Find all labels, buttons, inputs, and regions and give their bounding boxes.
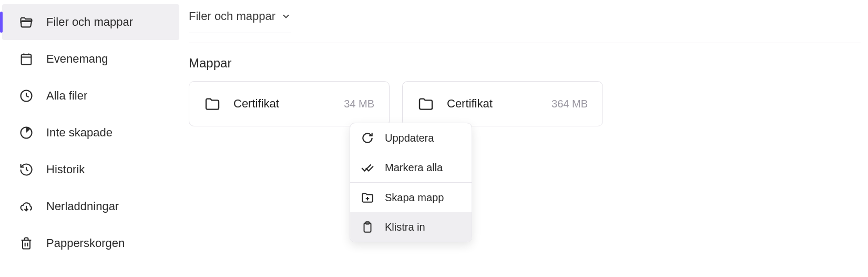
sidebar-item-history[interactable]: Historik bbox=[2, 152, 179, 187]
sidebar-item-files-folders[interactable]: Filer och mappar bbox=[2, 4, 179, 40]
sidebar-item-not-created[interactable]: Inte skapade bbox=[2, 115, 179, 151]
context-item-create-folder[interactable]: Skapa mapp bbox=[350, 183, 472, 212]
cloud-download-icon bbox=[19, 199, 34, 214]
refresh-icon bbox=[361, 131, 374, 145]
folder-name: Certifikat bbox=[447, 97, 552, 111]
sidebar-item-label: Alla filer bbox=[46, 89, 87, 103]
folder-icon bbox=[204, 95, 221, 112]
folder-card[interactable]: Certifikat 364 MB bbox=[402, 81, 603, 126]
folder-icon bbox=[417, 95, 434, 112]
clock-icon bbox=[19, 88, 34, 103]
folder-size: 364 MB bbox=[552, 98, 588, 110]
sidebar-item-events[interactable]: Evenemang bbox=[2, 41, 179, 77]
sidebar-item-label: Inte skapade bbox=[46, 126, 113, 140]
svg-rect-0 bbox=[22, 55, 32, 65]
sidebar-item-label: Nerladdningar bbox=[46, 200, 119, 213]
calendar-icon bbox=[19, 52, 34, 66]
chevron-down-icon bbox=[281, 11, 291, 22]
context-item-label: Klistra in bbox=[385, 221, 425, 233]
context-item-label: Markera alla bbox=[385, 162, 443, 174]
context-item-label: Uppdatera bbox=[385, 132, 434, 144]
breadcrumb-dropdown[interactable]: Filer och mappar bbox=[189, 5, 291, 33]
sidebar-item-label: Historik bbox=[46, 163, 85, 176]
folder-name: Certifikat bbox=[233, 97, 344, 111]
context-item-paste[interactable]: Klistra in bbox=[350, 212, 472, 242]
context-item-refresh[interactable]: Uppdatera bbox=[350, 123, 472, 153]
sidebar-item-label: Filer och mappar bbox=[46, 15, 133, 29]
folder-plus-icon bbox=[361, 191, 374, 204]
sidebar-item-all-files[interactable]: Alla filer bbox=[2, 78, 179, 114]
context-menu: Uppdatera Markera alla Skapa mapp bbox=[350, 123, 472, 242]
section-title: Mappar bbox=[189, 56, 861, 71]
pie-icon bbox=[19, 125, 34, 140]
folder-open-icon bbox=[19, 15, 34, 29]
folders-row: Certifikat 34 MB Certifikat 364 MB bbox=[189, 81, 861, 126]
sidebar-item-label: Papperskorgen bbox=[46, 236, 125, 250]
main-content: Filer och mappar Mappar Certifikat 34 MB bbox=[181, 0, 868, 277]
sidebar: Filer och mappar Evenemang Alla file bbox=[0, 0, 181, 277]
sidebar-item-downloads[interactable]: Nerladdningar bbox=[2, 189, 179, 224]
folder-size: 34 MB bbox=[344, 98, 374, 110]
breadcrumb-label: Filer och mappar bbox=[189, 9, 275, 23]
trash-icon bbox=[19, 236, 34, 251]
sidebar-item-label: Evenemang bbox=[46, 52, 108, 66]
context-item-label: Skapa mapp bbox=[385, 192, 444, 204]
check-all-icon bbox=[361, 161, 374, 174]
history-icon bbox=[19, 162, 34, 177]
folder-card[interactable]: Certifikat 34 MB bbox=[189, 81, 390, 126]
context-item-select-all[interactable]: Markera alla bbox=[350, 153, 472, 182]
clipboard-icon bbox=[361, 220, 374, 234]
sidebar-item-trash[interactable]: Papperskorgen bbox=[2, 225, 179, 261]
